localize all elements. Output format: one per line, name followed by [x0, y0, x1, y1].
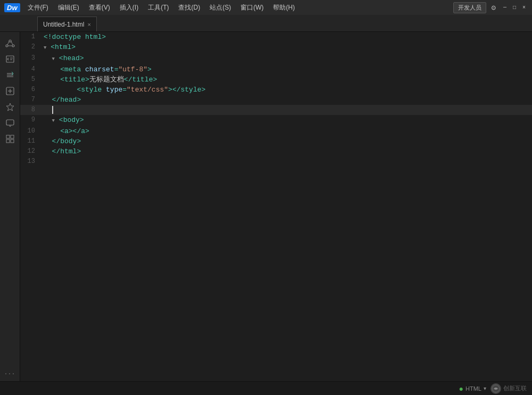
line-number: 8	[20, 105, 41, 115]
menu-help[interactable]: 帮助(H)	[269, 2, 299, 13]
table-row: 13	[20, 157, 532, 167]
line-content: <style type="text/css"></style>	[41, 85, 532, 95]
html-label: HTML	[466, 385, 481, 392]
table-row: 4 <meta charset="utf-8">	[20, 64, 532, 75]
svg-rect-22	[11, 139, 14, 143]
status-right: ● HTML ▾ 创新互联	[459, 383, 527, 394]
close-button[interactable]: ×	[520, 4, 528, 11]
line-content: <!doctype html>	[41, 32, 532, 42]
tab-label: Untitled-1.html	[43, 21, 84, 28]
menu-edit[interactable]: 编辑(E)	[54, 2, 84, 13]
tab-close-button[interactable]: ×	[87, 21, 90, 28]
line-number: 3	[20, 53, 41, 64]
table-row: 1 <!doctype html>	[20, 32, 532, 42]
svg-line-3	[7, 42, 9, 45]
sidebar-icon-network[interactable]	[2, 36, 18, 50]
svg-line-7	[7, 58, 9, 59]
line-content: ▼ <body>	[41, 115, 532, 126]
line-content: ▼ <head>	[41, 53, 532, 64]
sidebar-icon-star[interactable]	[2, 100, 18, 114]
sidebar-more-button[interactable]: ···	[4, 371, 15, 377]
sidebar-icon-plus[interactable]	[2, 84, 18, 98]
sidebar: ···	[0, 32, 20, 381]
svg-point-0	[9, 40, 11, 42]
menu-bar: 文件(F) 编辑(E) 查看(V) 插入(I) 工具(T) 查找(D) 站点(S…	[23, 2, 300, 13]
svg-point-2	[12, 45, 14, 47]
svg-point-1	[6, 45, 8, 47]
sidebar-icon-sort[interactable]	[2, 68, 18, 82]
window-controls: ─ □ ×	[501, 4, 528, 11]
line-content	[41, 157, 532, 167]
menu-find[interactable]: 查找(D)	[174, 2, 204, 13]
svg-rect-19	[6, 135, 10, 138]
line-number: 9	[20, 115, 41, 126]
line-number: 11	[20, 136, 41, 146]
svg-line-4	[11, 42, 13, 45]
minimize-button[interactable]: ─	[501, 4, 509, 11]
settings-icon[interactable]: ⚙	[492, 3, 496, 12]
sidebar-icon-chat[interactable]	[2, 116, 18, 130]
line-number: 1	[20, 32, 41, 42]
svg-marker-17	[6, 103, 14, 111]
title-bar-right: 开发人员 ⚙ ─ □ ×	[453, 2, 528, 13]
line-number: 7	[20, 95, 41, 105]
svg-line-8	[7, 59, 9, 60]
table-row: 8	[20, 105, 532, 115]
line-content: ▼ <html>	[41, 42, 532, 53]
title-bar-left: Dw 文件(F) 编辑(E) 查看(V) 插入(I) 工具(T) 查找(D) 站…	[4, 2, 299, 13]
dropdown-arrow[interactable]: ▾	[484, 385, 486, 391]
svg-rect-21	[6, 139, 10, 143]
line-number: 10	[20, 126, 41, 136]
line-content: <a></a>	[41, 126, 532, 136]
status-bar: ● HTML ▾ 创新互联	[0, 381, 532, 395]
menu-window[interactable]: 窗口(W)	[236, 2, 268, 13]
watermark-text: 创新互联	[503, 384, 527, 392]
line-content: <title>无标题文档</title>	[41, 75, 532, 85]
line-content: <meta charset="utf-8">	[41, 64, 532, 75]
table-row: 7 </head>	[20, 95, 532, 105]
watermark: 创新互联	[491, 383, 527, 394]
menu-insert[interactable]: 插入(I)	[115, 2, 143, 13]
code-table: 1 <!doctype html> 2 ▼ <html> 3 ▼ <head> …	[20, 32, 532, 167]
table-row: 6 <style type="text/css"></style>	[20, 85, 532, 95]
main-layout: ··· 1 <!doctype html> 2 ▼ <html> 3 ▼ <he…	[0, 32, 532, 381]
dw-logo: Dw	[4, 3, 20, 12]
tab-bar: Untitled-1.html ×	[0, 15, 532, 32]
status-dot: ●	[459, 384, 463, 393]
code-editor[interactable]: 1 <!doctype html> 2 ▼ <html> 3 ▼ <head> …	[20, 32, 532, 381]
table-row: 5 <title>无标题文档</title>	[20, 75, 532, 85]
watermark-circle-icon	[491, 383, 501, 394]
table-row: 9 ▼ <body>	[20, 115, 532, 126]
line-number: 2	[20, 42, 41, 53]
svg-rect-20	[11, 135, 14, 138]
menu-tools[interactable]: 工具(T)	[144, 2, 173, 13]
maximize-button[interactable]: □	[511, 4, 518, 11]
title-bar: Dw 文件(F) 编辑(E) 查看(V) 插入(I) 工具(T) 查找(D) 站…	[0, 0, 532, 15]
sidebar-icon-grid[interactable]	[2, 132, 18, 146]
developer-button[interactable]: 开发人员	[453, 2, 486, 13]
line-number: 12	[20, 146, 41, 157]
html-status: ● HTML ▾	[459, 384, 486, 393]
tab-untitled[interactable]: Untitled-1.html ×	[37, 17, 97, 31]
line-number: 5	[20, 75, 41, 85]
line-number: 4	[20, 64, 41, 75]
line-content: </head>	[41, 95, 532, 105]
table-row: 10 <a></a>	[20, 126, 532, 136]
line-number: 6	[20, 85, 41, 95]
sidebar-icon-code[interactable]	[2, 52, 18, 66]
menu-site[interactable]: 站点(S)	[205, 2, 235, 13]
line-content: </body>	[41, 136, 532, 146]
table-row: 11 </body>	[20, 136, 532, 146]
menu-file[interactable]: 文件(F)	[23, 2, 53, 13]
line-number: 13	[20, 157, 41, 167]
menu-view[interactable]: 查看(V)	[85, 2, 114, 13]
table-row: 12 </html>	[20, 146, 532, 157]
line-content: </html>	[41, 146, 532, 157]
line-content	[41, 105, 532, 115]
table-row: 3 ▼ <head>	[20, 53, 532, 64]
table-row: 2 ▼ <html>	[20, 42, 532, 53]
svg-rect-18	[6, 120, 14, 125]
